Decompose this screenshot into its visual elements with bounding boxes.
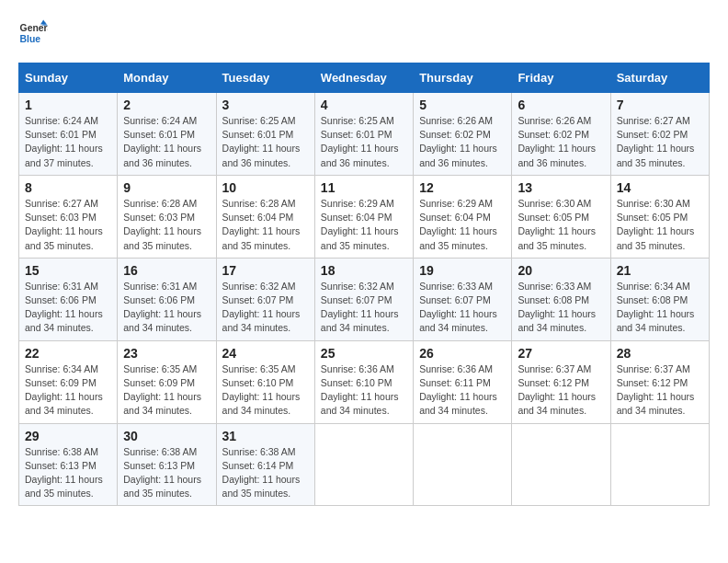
day-info: Sunrise: 6:35 AMSunset: 6:10 PMDaylight:… — [222, 362, 309, 419]
day-info: Sunrise: 6:27 AMSunset: 6:03 PMDaylight:… — [25, 197, 111, 253]
weekday-header-monday: Monday — [118, 63, 216, 93]
calendar-cell — [314, 423, 413, 506]
day-info: Sunrise: 6:24 AMSunset: 6:01 PMDaylight:… — [123, 114, 210, 170]
day-info: Sunrise: 6:36 AMSunset: 6:10 PMDaylight:… — [321, 362, 407, 419]
day-info: Sunrise: 6:32 AMSunset: 6:07 PMDaylight:… — [222, 280, 309, 336]
day-number: 1 — [25, 98, 111, 112]
calendar-cell: 11Sunrise: 6:29 AMSunset: 6:04 PMDayligh… — [314, 175, 413, 258]
day-info: Sunrise: 6:32 AMSunset: 6:07 PMDaylight:… — [321, 280, 407, 336]
day-number: 28 — [617, 346, 703, 361]
calendar-cell: 21Sunrise: 6:34 AMSunset: 6:08 PMDayligh… — [610, 258, 709, 340]
day-info: Sunrise: 6:31 AMSunset: 6:06 PMDaylight:… — [123, 280, 210, 336]
calendar-cell: 6Sunrise: 6:26 AMSunset: 6:02 PMDaylight… — [512, 93, 610, 176]
day-number: 5 — [419, 98, 506, 112]
day-number: 22 — [25, 346, 111, 361]
day-info: Sunrise: 6:26 AMSunset: 6:02 PMDaylight:… — [518, 114, 604, 170]
calendar-cell — [512, 423, 610, 506]
calendar-cell: 5Sunrise: 6:26 AMSunset: 6:02 PMDaylight… — [414, 93, 512, 176]
calendar-cell: 30Sunrise: 6:38 AMSunset: 6:13 PMDayligh… — [118, 423, 216, 506]
calendar-cell: 14Sunrise: 6:30 AMSunset: 6:05 PMDayligh… — [610, 175, 709, 258]
day-number: 7 — [617, 98, 703, 112]
day-info: Sunrise: 6:26 AMSunset: 6:02 PMDaylight:… — [419, 114, 506, 170]
calendar-cell: 1Sunrise: 6:24 AMSunset: 6:01 PMDaylight… — [19, 93, 118, 176]
weekday-header-friday: Friday — [512, 63, 610, 93]
calendar-cell: 15Sunrise: 6:31 AMSunset: 6:06 PMDayligh… — [19, 258, 118, 340]
day-number: 9 — [123, 180, 210, 195]
day-number: 19 — [419, 263, 506, 278]
calendar-cell: 22Sunrise: 6:34 AMSunset: 6:09 PMDayligh… — [19, 340, 118, 423]
day-number: 16 — [123, 263, 210, 278]
day-number: 25 — [321, 346, 407, 361]
day-number: 6 — [518, 98, 604, 112]
day-info: Sunrise: 6:37 AMSunset: 6:12 PMDaylight:… — [518, 362, 604, 419]
day-number: 31 — [222, 429, 309, 443]
calendar-table: SundayMondayTuesdayWednesdayThursdayFrid… — [18, 63, 710, 506]
calendar-cell: 24Sunrise: 6:35 AMSunset: 6:10 PMDayligh… — [216, 340, 314, 423]
logo-icon: General Blue — [18, 18, 48, 48]
day-number: 24 — [222, 346, 309, 361]
calendar-cell: 26Sunrise: 6:36 AMSunset: 6:11 PMDayligh… — [414, 340, 512, 423]
calendar-cell — [414, 423, 512, 506]
calendar-cell: 12Sunrise: 6:29 AMSunset: 6:04 PMDayligh… — [414, 175, 512, 258]
calendar-cell: 3Sunrise: 6:25 AMSunset: 6:01 PMDaylight… — [216, 93, 314, 176]
day-number: 17 — [222, 263, 309, 278]
day-info: Sunrise: 6:37 AMSunset: 6:12 PMDaylight:… — [617, 362, 703, 419]
day-info: Sunrise: 6:31 AMSunset: 6:06 PMDaylight:… — [25, 280, 111, 336]
day-info: Sunrise: 6:38 AMSunset: 6:14 PMDaylight:… — [222, 445, 309, 501]
calendar-cell — [610, 423, 709, 506]
day-number: 30 — [123, 429, 210, 443]
calendar-cell: 31Sunrise: 6:38 AMSunset: 6:14 PMDayligh… — [216, 423, 314, 506]
day-number: 14 — [617, 180, 703, 195]
day-number: 12 — [419, 180, 506, 195]
day-info: Sunrise: 6:33 AMSunset: 6:08 PMDaylight:… — [518, 280, 604, 336]
day-number: 11 — [321, 180, 407, 195]
day-number: 10 — [222, 180, 309, 195]
weekday-header-thursday: Thursday — [414, 63, 512, 93]
day-number: 26 — [419, 346, 506, 361]
day-number: 29 — [25, 429, 111, 443]
day-info: Sunrise: 6:35 AMSunset: 6:09 PMDaylight:… — [123, 362, 210, 419]
day-info: Sunrise: 6:29 AMSunset: 6:04 PMDaylight:… — [321, 197, 407, 253]
day-info: Sunrise: 6:38 AMSunset: 6:13 PMDaylight:… — [25, 445, 111, 501]
day-number: 23 — [123, 346, 210, 361]
day-number: 15 — [25, 263, 111, 278]
day-number: 18 — [321, 263, 407, 278]
day-info: Sunrise: 6:28 AMSunset: 6:04 PMDaylight:… — [222, 197, 309, 253]
day-number: 21 — [617, 263, 703, 278]
day-number: 27 — [518, 346, 604, 361]
calendar-cell: 19Sunrise: 6:33 AMSunset: 6:07 PMDayligh… — [414, 258, 512, 340]
calendar-cell: 17Sunrise: 6:32 AMSunset: 6:07 PMDayligh… — [216, 258, 314, 340]
weekday-header-saturday: Saturday — [610, 63, 709, 93]
weekday-header-wednesday: Wednesday — [314, 63, 413, 93]
day-info: Sunrise: 6:34 AMSunset: 6:09 PMDaylight:… — [25, 362, 111, 419]
day-number: 13 — [518, 180, 604, 195]
calendar-cell: 10Sunrise: 6:28 AMSunset: 6:04 PMDayligh… — [216, 175, 314, 258]
day-info: Sunrise: 6:28 AMSunset: 6:03 PMDaylight:… — [123, 197, 210, 253]
calendar-cell: 2Sunrise: 6:24 AMSunset: 6:01 PMDaylight… — [118, 93, 216, 176]
calendar-cell: 20Sunrise: 6:33 AMSunset: 6:08 PMDayligh… — [512, 258, 610, 340]
calendar-cell: 4Sunrise: 6:25 AMSunset: 6:01 PMDaylight… — [314, 93, 413, 176]
svg-text:Blue: Blue — [20, 34, 41, 44]
calendar-cell: 18Sunrise: 6:32 AMSunset: 6:07 PMDayligh… — [314, 258, 413, 340]
calendar-cell: 8Sunrise: 6:27 AMSunset: 6:03 PMDaylight… — [19, 175, 118, 258]
weekday-header-sunday: Sunday — [19, 63, 118, 93]
calendar-cell: 28Sunrise: 6:37 AMSunset: 6:12 PMDayligh… — [610, 340, 709, 423]
day-number: 8 — [25, 180, 111, 195]
calendar-cell: 7Sunrise: 6:27 AMSunset: 6:02 PMDaylight… — [610, 93, 709, 176]
weekday-header-tuesday: Tuesday — [216, 63, 314, 93]
day-info: Sunrise: 6:29 AMSunset: 6:04 PMDaylight:… — [419, 197, 506, 253]
day-info: Sunrise: 6:38 AMSunset: 6:13 PMDaylight:… — [123, 445, 210, 501]
day-number: 3 — [222, 98, 309, 112]
day-number: 2 — [123, 98, 210, 112]
calendar-cell: 25Sunrise: 6:36 AMSunset: 6:10 PMDayligh… — [314, 340, 413, 423]
day-info: Sunrise: 6:33 AMSunset: 6:07 PMDaylight:… — [419, 280, 506, 336]
calendar-cell: 27Sunrise: 6:37 AMSunset: 6:12 PMDayligh… — [512, 340, 610, 423]
day-info: Sunrise: 6:34 AMSunset: 6:08 PMDaylight:… — [617, 280, 703, 336]
day-info: Sunrise: 6:25 AMSunset: 6:01 PMDaylight:… — [222, 114, 309, 170]
day-number: 20 — [518, 263, 604, 278]
day-info: Sunrise: 6:30 AMSunset: 6:05 PMDaylight:… — [518, 197, 604, 253]
page-header: General Blue — [18, 18, 710, 48]
calendar-cell: 29Sunrise: 6:38 AMSunset: 6:13 PMDayligh… — [19, 423, 118, 506]
day-info: Sunrise: 6:27 AMSunset: 6:02 PMDaylight:… — [617, 114, 703, 170]
calendar-cell: 13Sunrise: 6:30 AMSunset: 6:05 PMDayligh… — [512, 175, 610, 258]
